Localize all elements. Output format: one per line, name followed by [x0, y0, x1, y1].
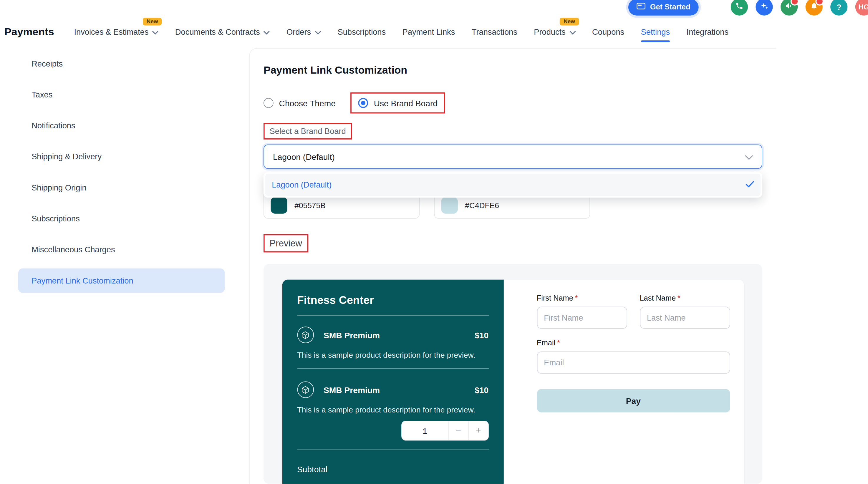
product-description: This is a sample product description for… — [297, 405, 489, 414]
nav-item-payment-links[interactable]: Payment Links — [403, 28, 455, 36]
nav-item-products[interactable]: New Products — [534, 28, 575, 36]
brand-board-select[interactable]: Lagoon (Default) — [264, 144, 762, 169]
quantity-stepper: 1 − + — [401, 421, 489, 441]
dropdown-option-lagoon[interactable]: Lagoon (Default) — [265, 174, 761, 196]
announcements-button[interactable] — [780, 0, 798, 15]
get-started-button[interactable]: Get Started — [628, 0, 699, 15]
preview-card: Fitness Center SMB Premium $10 This is a… — [282, 280, 744, 484]
page-brand-title: Payments — [4, 26, 54, 38]
merchant-name: Fitness Center — [297, 294, 489, 306]
ai-sparkles-button[interactable] — [755, 0, 773, 15]
app-window: Get Started ? HG Payme — [0, 0, 868, 484]
first-name-label: First Name* — [537, 294, 627, 302]
main-content: Payment Link Customization Choose Theme … — [249, 48, 776, 484]
email-field-group: Email* — [537, 339, 730, 374]
notifications-button[interactable] — [806, 0, 823, 15]
theme-choice-group: Choose Theme Use Brand Board — [264, 91, 762, 115]
phone-icon — [735, 2, 743, 12]
brand-board-selected-value: Lagoon (Default) — [273, 152, 335, 161]
brand-board-dropdown-menu: Lagoon (Default) — [264, 172, 762, 198]
nav-item-subscriptions[interactable]: Subscriptions — [338, 28, 386, 36]
nav-item-documents-contracts[interactable]: Documents & Contracts — [175, 28, 270, 36]
chevron-down-icon — [315, 28, 321, 36]
sidebar-item-subscriptions[interactable]: Subscriptions — [0, 203, 238, 234]
plus-icon[interactable]: + — [468, 421, 488, 440]
topbar-actions: Get Started ? HG — [628, 0, 868, 15]
phone-button[interactable] — [731, 0, 748, 15]
nav-item-settings[interactable]: Settings — [641, 28, 670, 36]
avatar-initials: HG — [859, 3, 868, 11]
nav-item-orders[interactable]: Orders — [286, 28, 321, 36]
sidebar-item-taxes[interactable]: Taxes — [0, 79, 238, 110]
product-price: $10 — [475, 330, 489, 340]
product-price: $10 — [475, 385, 489, 394]
last-name-label: Last Name* — [640, 294, 730, 302]
divider — [297, 368, 489, 368]
card-icon — [637, 3, 646, 11]
annotation-box-select-brand-board: Select a Brand Board — [264, 123, 352, 139]
color-hex-label: #05575B — [294, 201, 326, 209]
pay-button[interactable]: Pay — [537, 389, 730, 413]
nav-item-invoices-estimates[interactable]: New Invoices & Estimates — [74, 28, 159, 36]
sidebar-item-shipping-delivery[interactable]: Shipping & Delivery — [0, 141, 238, 172]
order-summary-panel: Fitness Center SMB Premium $10 This is a… — [282, 280, 503, 484]
sidebar-item-payment-link-customization[interactable]: Payment Link Customization — [18, 268, 225, 293]
user-avatar[interactable]: HG — [855, 0, 868, 15]
get-started-label: Get Started — [650, 3, 690, 11]
chevron-down-icon — [569, 28, 576, 36]
package-icon — [297, 381, 314, 398]
nav-item-transactions[interactable]: Transactions — [472, 28, 517, 36]
annotation-box-use-brand-board: Use Brand Board — [351, 92, 445, 114]
first-name-input[interactable] — [537, 307, 627, 329]
page-title: Payment Link Customization — [264, 64, 762, 76]
required-marker: * — [575, 294, 578, 302]
payments-nav: Payments New Invoices & Estimates Docume… — [4, 21, 868, 43]
chevron-down-icon — [264, 28, 270, 36]
package-icon — [297, 326, 314, 343]
last-name-field-group: Last Name* — [640, 294, 730, 328]
first-name-field-group: First Name* — [537, 294, 627, 328]
minus-icon[interactable]: − — [448, 421, 468, 440]
product-item: SMB Premium $10 This is a sample product… — [297, 381, 489, 450]
required-marker: * — [678, 294, 680, 302]
subtotal-label: Subtotal — [297, 464, 489, 474]
product-name: SMB Premium — [323, 385, 465, 394]
nav-item-coupons[interactable]: Coupons — [592, 28, 624, 36]
sidebar-item-miscellaneous-charges[interactable]: Miscellaneous Charges — [0, 234, 238, 265]
email-input[interactable] — [537, 352, 730, 374]
color-hex-label: #C4DFE6 — [465, 201, 499, 209]
required-marker: * — [557, 339, 560, 347]
check-icon — [745, 181, 754, 189]
email-label: Email* — [537, 339, 730, 347]
divider — [297, 315, 489, 316]
sidebar-item-notifications[interactable]: Notifications — [0, 110, 238, 141]
divider — [297, 450, 489, 450]
brand-board-field-label: Select a Brand Board — [270, 127, 346, 136]
choose-theme-radio[interactable]: Choose Theme — [264, 98, 336, 108]
color-swatch — [271, 197, 287, 214]
radio-selected-icon — [358, 98, 368, 108]
new-badge: New — [143, 18, 162, 25]
product-description: This is a sample product description for… — [297, 350, 489, 359]
top-header: Get Started ? HG Payme — [0, 0, 868, 48]
new-badge: New — [560, 18, 579, 25]
nav-item-integrations[interactable]: Integrations — [687, 28, 728, 36]
payment-link-preview: Fitness Center SMB Premium $10 This is a… — [264, 264, 762, 484]
radio-unselected-icon — [264, 98, 274, 108]
sparkles-icon — [760, 1, 769, 13]
quantity-value: 1 — [402, 421, 448, 440]
use-brand-board-radio[interactable]: Use Brand Board — [358, 98, 437, 108]
last-name-input[interactable] — [640, 307, 730, 329]
settings-sidebar: Receipts Taxes Notifications Shipping & … — [0, 48, 238, 484]
color-swatch — [441, 197, 458, 214]
annotation-box-preview: Preview — [264, 234, 308, 252]
chevron-down-icon — [745, 152, 753, 161]
sidebar-item-shipping-origin[interactable]: Shipping Origin — [0, 172, 238, 203]
checkout-form-panel: First Name* Last Name* Email* Pay — [503, 280, 744, 484]
sidebar-item-receipts[interactable]: Receipts — [0, 48, 238, 79]
product-name: SMB Premium — [323, 330, 465, 340]
radio-dot — [361, 101, 365, 105]
product-item: SMB Premium $10 This is a sample product… — [297, 326, 489, 368]
help-button[interactable]: ? — [830, 0, 847, 15]
preview-section-label: Preview — [270, 238, 302, 248]
